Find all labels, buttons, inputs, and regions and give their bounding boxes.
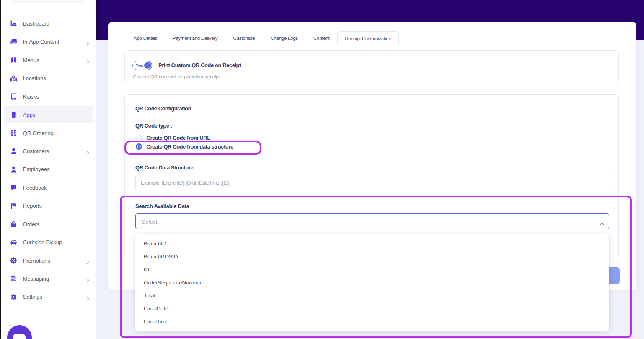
print-qr-toggle[interactable]: Yes [132, 61, 153, 70]
sidebar-item-dashboard[interactable]: Dashboard [4, 15, 94, 33]
sidebar-item-kiosks[interactable]: Kiosks [4, 88, 94, 105]
dropdown-option-total[interactable]: Total [135, 289, 609, 302]
sidebar-item-promotions[interactable]: Promotions [4, 252, 94, 269]
tab-customize[interactable]: Customize [225, 31, 263, 45]
chevron-right-icon [86, 258, 90, 263]
search-dropdown: BranchIDBranchPOSIDIDOrderSequenceNumber… [135, 234, 609, 331]
radio-url[interactable] [136, 135, 142, 141]
chevron-right-icon [86, 295, 90, 299]
qr-type-label: QR Code type : [135, 123, 172, 129]
data-structure-input[interactable]: Example: {BranchID},{OrderDateTime},{ID} [135, 175, 610, 191]
sidebar-item-label: In-App Content [23, 39, 59, 45]
print-qr-helper: Custom QR code will be printed on receip… [133, 73, 220, 80]
flag-icon [10, 202, 17, 209]
data-structure-placeholder: Example: {BranchID},{OrderDateTime},{ID} [141, 180, 230, 186]
chevron-right-icon [86, 58, 90, 62]
chevron-up-icon [600, 220, 605, 223]
sidebar-item-label: Dashboard [23, 21, 49, 27]
print-qr-toggle-box: Yes Print Custom QR Code on Receipt Cust… [124, 50, 619, 84]
sidebar-item-reports[interactable]: Reports [4, 197, 94, 215]
chevron-right-icon [86, 149, 90, 153]
radio-data-structure[interactable] [136, 143, 142, 150]
sidebar-item-label: Reports [23, 203, 42, 209]
sidebar-item-settings[interactable]: Settings [4, 288, 94, 306]
dropdown-option-branchid[interactable]: BranchID [135, 237, 609, 250]
sidebar-item-feedback[interactable]: Feedback [4, 179, 94, 197]
tablet-icon [10, 93, 17, 100]
toggle-knob [144, 62, 151, 69]
sidebar-item-label: Orders [23, 221, 39, 227]
chat-bubble-icon [13, 334, 26, 339]
dropdown-option-localdate[interactable]: LocalDate [135, 302, 609, 315]
sidebar-item-label: Settings [23, 294, 42, 300]
mobile-icon [10, 111, 17, 118]
user-icon [10, 148, 17, 155]
sidebar-top-divider [13, 1, 84, 2]
sidebar-item-label: Locations [23, 75, 46, 81]
radio-data-structure-label: Create QR Code from data structure [147, 143, 233, 150]
print-qr-label: Print Custom QR Code on Receipt [158, 61, 241, 70]
sidebar-item-in-app-content[interactable]: In-App Content [4, 33, 94, 51]
qr-config-title: QR Code Configuration [135, 105, 191, 112]
sidebar-item-curbside-pickup[interactable]: Curbside Pickup [4, 234, 94, 251]
text-cursor [145, 217, 145, 225]
sidebar-item-messaging[interactable]: Messaging [4, 270, 94, 288]
tab-content[interactable]: Content [306, 31, 338, 45]
stream-icon [10, 275, 17, 282]
sidebar-item-label: Promotions [23, 258, 50, 264]
sidebar-item-customers[interactable]: Customers [4, 143, 94, 160]
window-left-edge [0, 0, 1, 339]
data-structure-label: QR Code Data Structure [135, 164, 193, 171]
sidebar-item-label: Menus [23, 57, 39, 63]
tab-change-logs[interactable]: Change Logs [263, 31, 306, 45]
tab-payment-and-delivery[interactable]: Payment and Delivery [165, 31, 225, 45]
map-marked-icon [10, 75, 17, 82]
main-content: App DetailsPayment and DeliveryCustomize… [96, 0, 644, 339]
sidebar-item-apps[interactable]: Apps [4, 106, 94, 124]
search-available-data-label: Search Available Data [135, 203, 189, 210]
dropdown-option-branchposid[interactable]: BranchPOSID [135, 250, 609, 263]
sidebar-item-label: Apps [23, 112, 36, 118]
sidebar-item-label: Feedback [23, 185, 47, 191]
dashboard-icon [10, 20, 17, 27]
comment-icon [10, 184, 17, 191]
sidebar-item-label: Kiosks [23, 94, 39, 100]
car-icon [10, 239, 17, 246]
tab-app-details[interactable]: App Details [126, 31, 165, 45]
tab-receipt-customization[interactable]: Receipt Customization [337, 31, 399, 45]
chat-widget-button[interactable] [7, 325, 32, 339]
dropdown-option-ordersequencenumber[interactable]: OrderSequenceNumber [135, 276, 609, 289]
sidebar-item-qr-ordering[interactable]: QR Ordering [4, 124, 94, 142]
sidebar-item-employees[interactable]: Employees [4, 161, 94, 178]
chevron-right-icon [86, 40, 90, 44]
shopping-bag-icon [10, 221, 17, 228]
toggle-state-label: Yes [136, 63, 143, 68]
sidebar: Dashboard In-App Content Menus Locations [1, 0, 96, 339]
sidebar-item-label: Messaging [23, 276, 49, 282]
sidebar-item-label: Curbside Pickup [23, 239, 62, 245]
chevron-right-icon [86, 276, 90, 281]
badge-percent-icon [10, 257, 17, 264]
sidebar-item-menus[interactable]: Menus [4, 52, 94, 69]
tab-bar: App DetailsPayment and DeliveryCustomize… [126, 31, 399, 45]
sidebar-item-label: Employees [23, 166, 50, 172]
radio-url-label: Create QR Code from URL [147, 135, 210, 141]
qrcode-icon [10, 130, 17, 137]
page: Dashboard In-App Content Menus Locations [0, 0, 644, 339]
sidebar-item-locations[interactable]: Locations [4, 70, 94, 87]
sidebar-item-label: Customers [23, 148, 49, 154]
images-icon [10, 38, 17, 45]
dropdown-option-list: BranchIDBranchPOSIDIDOrderSequenceNumber… [135, 237, 609, 328]
user-icon [10, 166, 17, 173]
qr-config-box: QR Code Configuration QR Code type : Cre… [124, 94, 619, 258]
search-select[interactable]: Select [135, 213, 609, 229]
book-open-icon [10, 57, 17, 64]
dropdown-option-id[interactable]: ID [135, 263, 609, 276]
gear-icon [10, 293, 17, 300]
sidebar-item-label: QR Ordering [23, 130, 54, 136]
sidebar-item-orders[interactable]: Orders [4, 215, 94, 233]
dropdown-option-localtime[interactable]: LocalTime [135, 315, 609, 328]
